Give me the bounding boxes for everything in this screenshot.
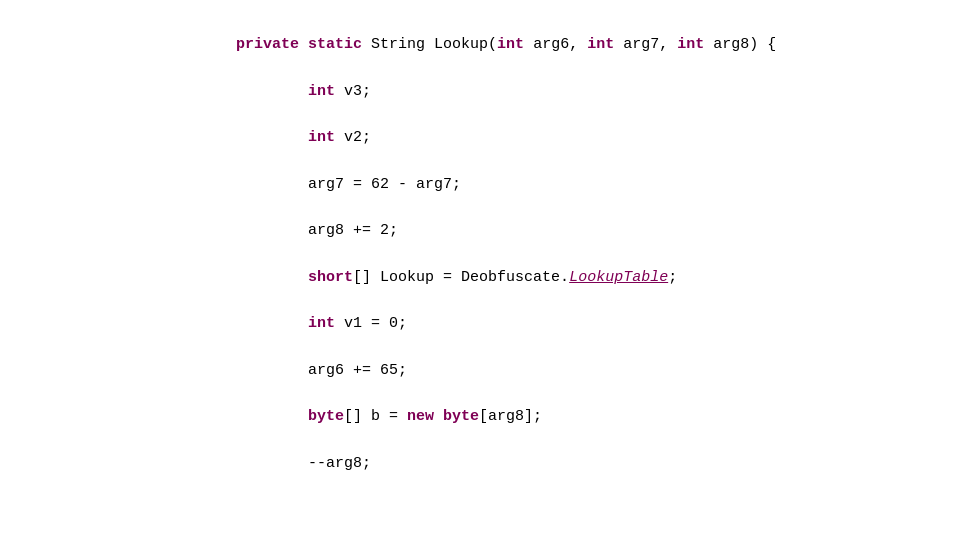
code-container: private static String Lookup(int arg6, i… bbox=[0, 0, 960, 540]
line-4: arg7 = 62 - arg7; bbox=[236, 176, 461, 193]
line-7: int v1 = 0; bbox=[236, 315, 407, 332]
code-block: private static String Lookup(int arg6, i… bbox=[200, 10, 960, 540]
line-1: private static String Lookup(int arg6, i… bbox=[236, 36, 776, 53]
line-6: short[] Lookup = Deobfuscate.LookupTable… bbox=[236, 269, 677, 286]
line-8: arg6 += 65; bbox=[236, 362, 407, 379]
line-3: int v2; bbox=[236, 129, 371, 146]
line-10: --arg8; bbox=[236, 455, 371, 472]
line-9: byte[] b = new byte[arg8]; bbox=[236, 408, 542, 425]
line-5: arg8 += 2; bbox=[236, 222, 398, 239]
line-2: int v3; bbox=[236, 83, 371, 100]
